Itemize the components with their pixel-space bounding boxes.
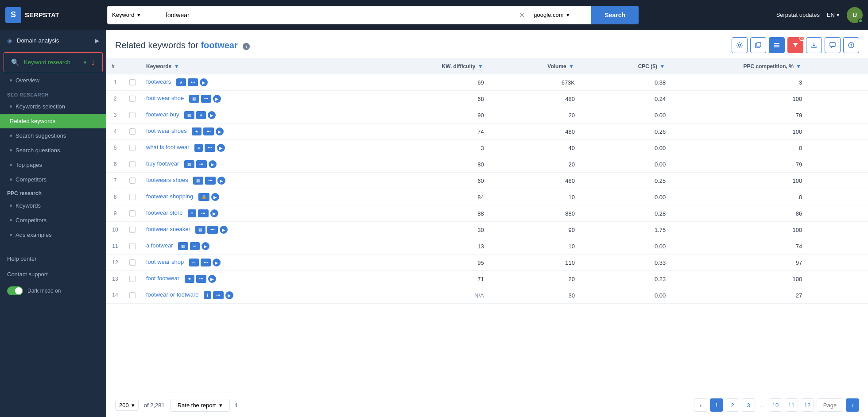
sidebar-item-ppc-keywords[interactable]: Keywords (0, 198, 106, 213)
list-view-button[interactable] (769, 37, 785, 53)
search-input[interactable] (160, 6, 529, 24)
keyword-link[interactable]: footwears (146, 78, 171, 85)
keyword-link[interactable]: footwear sneaker (146, 226, 190, 232)
row-checkbox[interactable] (124, 74, 141, 91)
kw-icon-button[interactable]: ▦ (184, 111, 194, 119)
kw-diff-filter-icon[interactable]: ▼ (478, 63, 483, 70)
keyword-link[interactable]: footwears shoes (146, 177, 188, 183)
kw-icon-button[interactable]: ▦ (178, 242, 188, 250)
cpc-filter-icon[interactable]: ▼ (659, 63, 665, 70)
kw-expand-button[interactable]: ▶ (216, 127, 224, 135)
keyword-link[interactable]: footwear store (146, 209, 182, 216)
sidebar-item-overview[interactable]: Overview (0, 73, 106, 88)
page-input[interactable] (817, 398, 843, 412)
sidebar-item-competitors[interactable]: Competitors (0, 172, 106, 187)
keyword-link[interactable]: footwear shopping (146, 193, 193, 200)
kw-expand-button[interactable]: ▶ (213, 95, 221, 103)
kw-expand-button[interactable]: ▶ (208, 111, 216, 119)
sidebar-item-related-keywords[interactable]: Related keywords (0, 114, 106, 128)
clear-icon[interactable]: ✕ (519, 11, 525, 19)
sidebar-item-keywords-selection[interactable]: Keywords selection (0, 99, 106, 114)
kw-icon-button[interactable]: ▦ (184, 160, 194, 168)
kw-icon-button[interactable]: ≡ (194, 144, 203, 152)
kw-icon-button[interactable]: ▦ (193, 177, 203, 185)
kw-more-button[interactable]: ••• (203, 127, 213, 135)
row-checkbox[interactable] (124, 107, 141, 124)
duplicate-button[interactable] (750, 37, 766, 53)
row-checkbox[interactable] (124, 124, 141, 140)
avatar[interactable]: U (847, 7, 863, 23)
kw-more-button[interactable]: ••• (205, 177, 215, 185)
kw-icon-button[interactable]: ★ (176, 78, 186, 86)
row-checkbox[interactable] (124, 222, 141, 238)
keyword-link[interactable]: what is foot wear (146, 144, 190, 151)
title-info-icon[interactable]: i (243, 43, 250, 50)
kw-expand-button[interactable]: ▶ (200, 78, 208, 86)
row-checkbox[interactable] (124, 173, 141, 189)
kw-expand-button[interactable]: ▶ (211, 193, 219, 201)
row-checkbox[interactable] (124, 91, 141, 107)
sidebar-item-ppc-competitors[interactable]: Competitors (0, 213, 106, 228)
page-2-button[interactable]: 2 (726, 398, 739, 412)
kw-more-button[interactable]: ↩ (190, 242, 200, 250)
sidebar-item-contact-support[interactable]: Contact support (0, 266, 106, 282)
kw-icon-button[interactable]: ℹ (204, 291, 211, 299)
kw-expand-button[interactable]: ▶ (202, 242, 209, 250)
per-page-selector[interactable]: 200 ▾ (115, 400, 139, 411)
kw-expand-button[interactable]: ▶ (217, 177, 225, 185)
page-12-button[interactable]: 12 (801, 398, 814, 412)
kw-more-button[interactable]: ••• (207, 226, 217, 234)
kw-expand-button[interactable]: ▶ (209, 160, 217, 168)
keyword-link[interactable]: footwear or footware (146, 291, 199, 298)
settings-button[interactable] (732, 37, 748, 53)
ppc-filter-icon[interactable]: ▼ (796, 63, 801, 70)
search-type-dropdown[interactable]: Keyword ▾ (107, 6, 160, 24)
sidebar-item-search-questions[interactable]: Search questions (0, 143, 106, 158)
kw-expand-button[interactable]: ▶ (220, 226, 228, 234)
row-checkbox[interactable] (124, 205, 141, 222)
row-checkbox[interactable] (124, 140, 141, 156)
keyword-link[interactable]: a footwear (146, 242, 173, 249)
filter-button[interactable]: ✕ (787, 37, 803, 53)
export-button[interactable] (806, 37, 822, 53)
sidebar-item-keyword-research[interactable]: 🔍 Keyword research ▾ ↓ (4, 52, 103, 72)
kw-more-button[interactable]: ••• (201, 95, 211, 103)
kw-icon-button[interactable]: ↩ (189, 259, 199, 266)
kw-more-button[interactable]: ••• (196, 275, 206, 283)
kw-more-button[interactable]: ★ (196, 111, 206, 119)
row-checkbox[interactable] (124, 238, 141, 255)
volume-filter-icon[interactable]: ▼ (569, 63, 574, 70)
page-1-button[interactable]: 1 (710, 398, 723, 412)
kw-more-button[interactable]: ••• (196, 160, 206, 168)
keyword-link[interactable]: foot wear shoe (146, 95, 184, 101)
kw-expand-button[interactable]: ▶ (225, 291, 233, 299)
keyword-link[interactable]: foot footwear (146, 275, 179, 282)
kw-icon-button[interactable]: ≡ (188, 209, 196, 217)
updates-link[interactable]: Serpstat updates (776, 12, 820, 18)
kw-more-button[interactable]: ••• (198, 209, 208, 217)
keyword-link[interactable]: foot wear shoes (146, 127, 187, 134)
next-page-button[interactable]: › (846, 398, 859, 412)
dark-mode-toggle[interactable] (7, 286, 23, 295)
kw-icon-button[interactable]: ▦ (195, 226, 205, 234)
kw-more-button[interactable]: ••• (188, 78, 198, 86)
sidebar-item-domain-analysis[interactable]: ◈ Domain analysis ▶ (0, 30, 106, 51)
kw-icon-button[interactable]: ★ (192, 127, 202, 135)
keyword-link[interactable]: foot wear shop (146, 259, 184, 265)
domain-dropdown[interactable]: google.com ▾ (529, 6, 591, 24)
page-3-button[interactable]: 3 (742, 398, 755, 412)
page-10-button[interactable]: 10 (769, 398, 782, 412)
kw-icon-button[interactable]: 🔒 (198, 193, 209, 201)
kw-expand-button[interactable]: ▶ (217, 144, 225, 152)
kw-expand-button[interactable]: ▶ (213, 259, 221, 266)
sidebar-item-search-suggestions[interactable]: Search suggestions (0, 128, 106, 143)
page-11-button[interactable]: 11 (785, 398, 798, 412)
kw-icon-button[interactable]: ★ (185, 275, 194, 283)
rate-report-button[interactable]: Rate the report ▾ (170, 399, 230, 412)
kw-more-button[interactable]: ••• (213, 291, 223, 299)
kw-icon-button[interactable]: ▦ (189, 95, 199, 103)
row-checkbox[interactable] (124, 189, 141, 205)
row-checkbox[interactable] (124, 271, 141, 287)
help-button[interactable]: ? (843, 37, 859, 53)
kw-more-button[interactable]: ••• (205, 144, 215, 152)
